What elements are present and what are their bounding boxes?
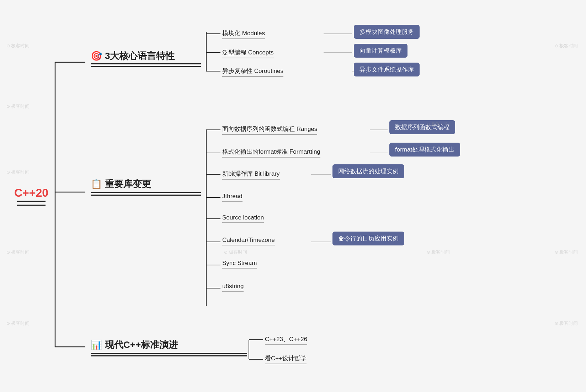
branch2-leaf4: Jthread — [222, 193, 243, 202]
watermark2: 极客时间 — [6, 103, 30, 110]
branch1-leaf2: 泛型编程 Concepts — [222, 48, 274, 58]
central-label: C++20 — [14, 186, 48, 200]
branch2-icon: 📋 — [91, 179, 102, 190]
branch2-leaf2: 格式化输出的format标准 Formartting — [222, 148, 320, 158]
branch2-leaf8: u8string — [222, 283, 244, 292]
branch2-tag2: format处理格式化输出 — [389, 143, 460, 157]
branch2-leaf7: Sync Stream — [222, 260, 257, 269]
watermark9: 极客时间 — [427, 249, 450, 255]
branch1-tag2: 向量计算模板库 — [354, 44, 407, 58]
central-node: C++20 — [14, 186, 48, 206]
branch3-label: 📊 现代C++标准演进 — [91, 339, 178, 351]
branch2-underline1 — [91, 192, 201, 193]
branch2-tag3: 网络数据流的处理实例 — [332, 164, 404, 178]
connector-lines — [0, 0, 586, 392]
branch3-underline1 — [91, 353, 247, 354]
central-line2 — [17, 205, 46, 206]
branch1-underline1 — [91, 63, 201, 64]
branch2-label: 📋 重要库变更 — [91, 178, 151, 190]
diagram-container: C++20 🎯 3大核心语言特性 模块化 Modules 泛型编程 Concep… — [0, 0, 586, 392]
branch1-underline2 — [91, 66, 201, 67]
watermark11: 极客时间 — [555, 249, 578, 255]
branch3-leaf2: 看C++设计哲学 — [265, 354, 307, 364]
branch3-leaf1: C++23、C++26 — [265, 335, 307, 345]
branch1-text: 3大核心语言特性 — [105, 50, 175, 62]
branch1-tag1: 多模块图像处理服务 — [354, 25, 420, 39]
branch2-tag6: 命令行的日历应用实例 — [332, 232, 404, 245]
branch2-underline2 — [91, 195, 201, 196]
branch1-leaf3: 异步复杂性 Coroutines — [222, 67, 283, 77]
central-line1 — [17, 201, 46, 202]
watermark4: 极客时间 — [6, 249, 30, 255]
branch1-label: 🎯 3大核心语言特性 — [91, 50, 175, 62]
branch1-tag3: 异步文件系统操作库 — [354, 63, 420, 76]
watermark5: 极客时间 — [6, 320, 30, 327]
branch1-icon: 🎯 — [91, 51, 102, 62]
watermark1: 极客时间 — [6, 43, 30, 49]
branch2-leaf3: 新bit操作库 Bit library — [222, 170, 280, 180]
branch3-icon: 📊 — [91, 339, 102, 350]
branch3-underline2 — [91, 355, 247, 356]
branch3-text: 现代C++标准演进 — [105, 339, 178, 351]
branch1-leaf1: 模块化 Modules — [222, 29, 265, 39]
branch2-leaf1: 面向数据序列的函数式编程 Ranges — [222, 125, 317, 135]
watermark3: 极客时间 — [6, 169, 30, 175]
branch2-leaf5: Source location — [222, 214, 264, 223]
watermark10: 极客时间 — [555, 43, 578, 49]
branch2-leaf6: Calendar/Timezone — [222, 237, 275, 245]
branch2-text: 重要库变更 — [105, 178, 151, 190]
watermark7: 极客时间 — [224, 249, 247, 255]
branch2-tag1: 数据序列函数式编程 — [389, 120, 455, 134]
watermark12: 极客时间 — [555, 320, 578, 327]
